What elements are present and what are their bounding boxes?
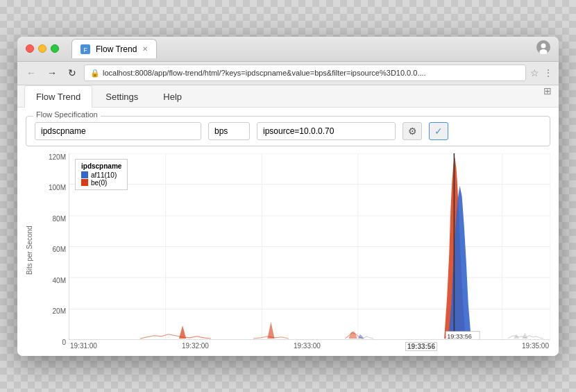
metric-input[interactable] xyxy=(208,122,250,140)
main-content: Flow Specification ⚙ ✓ Bits per Second 1… xyxy=(17,108,559,356)
legend-title: ipdscpname xyxy=(81,162,121,170)
svg-text:19:33:56: 19:33:56 xyxy=(447,332,472,339)
chart-area: Bits per Second 120M 100M 80M 60M 40M 20… xyxy=(26,153,550,348)
y-axis-label: Bits per Second xyxy=(26,153,40,348)
x-axis-ticks: 19:31:00 19:32:00 19:33:00 19:33:56 19:3… xyxy=(69,342,550,351)
expand-icon[interactable]: ⊞ xyxy=(543,85,552,107)
legend-label-af11: af11(10) xyxy=(91,171,117,179)
tab-close-icon[interactable]: ✕ xyxy=(142,45,148,53)
x-tick-1: 19:31:00 xyxy=(70,342,97,351)
legend-item-be: be(0) xyxy=(81,179,121,187)
key-input[interactable] xyxy=(35,122,201,140)
tab-bar: F Flow Trend ✕ xyxy=(71,39,531,58)
chart-panel: 19:33:56 ipdscpname af11(10) be(0) xyxy=(69,153,550,348)
flow-spec-box: Flow Specification ⚙ ✓ xyxy=(26,116,550,146)
bookmark-icon[interactable]: ☆ xyxy=(530,67,539,78)
svg-point-3 xyxy=(541,44,546,49)
url-text: localhost:8008/app/flow-trend/html/?keys… xyxy=(103,69,520,77)
back-button[interactable]: ← xyxy=(23,66,40,80)
legend-color-af11 xyxy=(81,171,88,178)
minimize-button[interactable] xyxy=(38,44,46,53)
settings-button[interactable]: ⚙ xyxy=(403,122,422,140)
tab-help[interactable]: Help xyxy=(151,85,194,108)
close-button[interactable] xyxy=(26,44,34,53)
chart-plot[interactable]: 19:33:56 ipdscpname af11(10) be(0) xyxy=(69,153,550,341)
page-tabs: Flow Trend Settings Help ⊞ xyxy=(17,85,559,108)
x-tick-3: 19:33:00 xyxy=(294,342,321,351)
filter-input[interactable] xyxy=(257,122,396,140)
x-tick-5: 19:35:00 xyxy=(522,342,549,351)
tab-settings[interactable]: Settings xyxy=(94,85,150,108)
traffic-lights xyxy=(26,44,59,53)
svg-marker-25 xyxy=(522,332,527,338)
x-tick-4: 19:33:56 xyxy=(405,342,437,351)
forward-button[interactable]: → xyxy=(44,66,60,80)
svg-marker-24 xyxy=(514,334,519,338)
tab-favicon-icon: F xyxy=(81,44,90,54)
user-icon[interactable] xyxy=(536,40,550,57)
legend-label-be: be(0) xyxy=(91,179,107,187)
browser-window: F Flow Trend ✕ ← → ↻ 🔒 localhost:8008/ap… xyxy=(17,37,559,356)
y-axis-ticks: 120M 100M 80M 60M 40M 20M 0 xyxy=(42,153,66,348)
browser-tab[interactable]: F Flow Trend ✕ xyxy=(71,39,157,58)
maximize-button[interactable] xyxy=(51,44,59,53)
legend-item-af11: af11(10) xyxy=(81,171,121,179)
apply-button[interactable]: ✓ xyxy=(429,122,448,140)
chart-legend: ipdscpname af11(10) be(0) xyxy=(75,159,128,190)
flow-spec-inputs: ⚙ ✓ xyxy=(35,122,541,140)
svg-marker-18 xyxy=(179,325,186,339)
address-input[interactable]: 🔒 localhost:8008/app/flow-trend/html/?ke… xyxy=(84,65,526,81)
tab-flow-trend[interactable]: Flow Trend xyxy=(24,85,92,108)
chart-svg: 19:33:56 xyxy=(69,153,550,340)
tab-title: Flow Trend xyxy=(96,44,137,54)
legend-color-be xyxy=(81,179,88,186)
title-bar: F Flow Trend ✕ xyxy=(17,37,559,62)
refresh-button[interactable]: ↻ xyxy=(65,66,80,80)
menu-icon[interactable]: ⋮ xyxy=(543,67,553,78)
flow-spec-legend: Flow Specification xyxy=(33,110,101,119)
svg-text:F: F xyxy=(83,46,87,53)
address-bar: ← → ↻ 🔒 localhost:8008/app/flow-trend/ht… xyxy=(17,62,559,85)
svg-marker-19 xyxy=(267,322,274,339)
x-tick-2: 19:32:00 xyxy=(182,342,209,351)
lock-icon: 🔒 xyxy=(90,69,100,78)
